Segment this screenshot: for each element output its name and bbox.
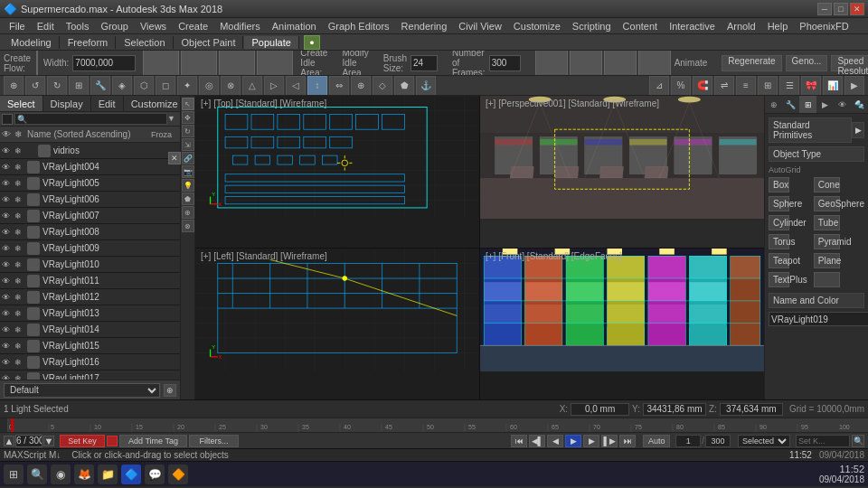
- lt-shape[interactable]: ⬟: [182, 192, 194, 205]
- mini-search-input[interactable]: [796, 435, 850, 447]
- lt-space-warp[interactable]: ⊗: [182, 220, 194, 232]
- teapot-button[interactable]: Teapot: [769, 253, 789, 268]
- viewport-perspective[interactable]: [+] [Perspective001] [Standard] [Wirefra…: [480, 96, 764, 248]
- scene-item[interactable]: 👁 ❄ VRayLight010: [0, 257, 180, 273]
- skype-icon[interactable]: 💬: [145, 465, 165, 484]
- textplus-button[interactable]: TextPlus: [769, 272, 789, 287]
- cp-tab-motion[interactable]: ▶: [816, 96, 834, 113]
- lt-helper[interactable]: ⊕: [182, 206, 194, 219]
- object-name-input[interactable]: [769, 312, 868, 326]
- menu-item-group[interactable]: Group: [95, 20, 134, 33]
- tab-select[interactable]: Select: [0, 96, 43, 111]
- viewport-left[interactable]: [+] [Left] [Standard] [Wireframe] LEFT: [195, 249, 479, 400]
- visibility-icon[interactable]: 👁: [2, 211, 14, 221]
- freeze-icon[interactable]: ❄: [14, 260, 27, 269]
- tb-icon-2[interactable]: ↺: [25, 76, 45, 96]
- idle-area-icon[interactable]: [143, 51, 179, 76]
- tab-display[interactable]: Display: [43, 96, 91, 111]
- freeze-icon[interactable]: ❄: [14, 358, 27, 367]
- visibility-icon[interactable]: 👁: [2, 277, 14, 286]
- regenerate-button[interactable]: Regenerate: [722, 55, 781, 71]
- frame-input[interactable]: [15, 435, 42, 447]
- tb-icon-19[interactable]: ⬟: [394, 76, 414, 96]
- key-mode-btn[interactable]: [107, 436, 118, 446]
- search-input[interactable]: [14, 113, 167, 125]
- people-icon3[interactable]: [604, 51, 637, 76]
- scene-item[interactable]: 👁 ❄ VRayLight005: [0, 175, 180, 192]
- menu-item-arnold[interactable]: Arnold: [722, 20, 761, 33]
- genotype-button[interactable]: Geno...: [786, 55, 828, 71]
- menu-item-content[interactable]: Content: [618, 20, 664, 33]
- tb-icon-12[interactable]: △: [242, 76, 262, 96]
- tab-populate[interactable]: Populate: [244, 36, 298, 49]
- selection-mode-select[interactable]: Selected: [738, 435, 790, 447]
- scene-item[interactable]: 👁 ❄ VRayLight009: [0, 240, 180, 257]
- visibility-icon[interactable]: 👁: [2, 325, 14, 334]
- tb-icon-20[interactable]: ⚓: [416, 76, 436, 96]
- scene-item[interactable]: 👁 ❄ VRayLight017: [0, 371, 180, 380]
- play-go-start[interactable]: ⏮: [511, 435, 527, 447]
- freeze-icon[interactable]: ❄: [14, 211, 27, 221]
- freeze-icon[interactable]: ❄: [14, 293, 27, 302]
- tb-snap-pct[interactable]: %: [671, 76, 691, 96]
- pyramid-button[interactable]: Pyramid: [814, 234, 840, 249]
- tb-icon-17[interactable]: ⊕: [351, 76, 371, 96]
- frame-up-btn[interactable]: ▲: [4, 436, 14, 446]
- lt-select[interactable]: ↖: [182, 98, 194, 110]
- lt-move[interactable]: ✥: [182, 111, 194, 124]
- panel-close-button[interactable]: ✕: [168, 152, 181, 164]
- start-button[interactable]: ⊞: [4, 465, 24, 484]
- lt-cam[interactable]: 📷: [182, 165, 194, 178]
- tb-icon-11[interactable]: ⊗: [221, 76, 241, 96]
- freeze-icon[interactable]: ❄: [14, 146, 27, 155]
- visibility-icon[interactable]: 👁: [2, 146, 14, 155]
- scene-item[interactable]: 👁 ❄ VRayLight013: [0, 305, 180, 322]
- visibility-icon[interactable]: 👁: [2, 179, 14, 188]
- cone-button[interactable]: Cone: [814, 177, 840, 192]
- play-prev[interactable]: ◀: [547, 435, 563, 447]
- cp-tab-hierarchy[interactable]: ⊞: [799, 96, 816, 113]
- frame-down-btn[interactable]: ▼: [43, 436, 54, 446]
- freeze-icon[interactable]: ❄: [14, 342, 27, 351]
- tb-icon-16[interactable]: ⇔: [329, 76, 349, 96]
- minimize-button[interactable]: ─: [817, 3, 832, 15]
- menu-item-tools[interactable]: Tools: [61, 20, 95, 33]
- tb-icon-14[interactable]: ◁: [286, 76, 306, 96]
- scene-item[interactable]: 👁 ❄ VRayLight011: [0, 273, 180, 289]
- filters-btn[interactable]: Filters...: [189, 435, 239, 447]
- tb-snap-angle[interactable]: ⊿: [649, 76, 669, 96]
- auto-key-btn[interactable]: Auto: [643, 435, 670, 447]
- cp-tab-create[interactable]: ⊕: [765, 96, 782, 113]
- menu-item-help[interactable]: Help: [762, 20, 794, 33]
- scene-item[interactable]: 👁 ❄ VRayLight006: [0, 192, 180, 208]
- menu-item-modifiers[interactable]: Modifiers: [214, 20, 266, 33]
- scene-item[interactable]: 👁 ❄ VRayLight004: [0, 159, 180, 175]
- lt-link[interactable]: 🔗: [182, 152, 194, 164]
- play-go-end[interactable]: ⏭: [619, 435, 636, 447]
- scene-item[interactable]: 👁 ❄ VRayLight016: [0, 354, 180, 371]
- freeze-icon[interactable]: ❄: [14, 309, 27, 318]
- people-icon2[interactable]: [570, 51, 602, 76]
- scene-item[interactable]: 👁 ❄ vidrios: [0, 143, 180, 159]
- tb-render[interactable]: ▶: [844, 76, 864, 96]
- visibility-icon[interactable]: 👁: [2, 244, 14, 253]
- files-icon[interactable]: 📁: [98, 465, 118, 484]
- people-icon4[interactable]: [638, 51, 671, 76]
- lt-rotate[interactable]: ↻: [182, 125, 194, 137]
- visibility-icon[interactable]: 👁: [2, 228, 14, 237]
- tb-layer[interactable]: ☰: [779, 76, 799, 96]
- visibility-icon[interactable]: 👁: [2, 309, 14, 318]
- tb-graph[interactable]: 📊: [823, 76, 843, 96]
- visibility-icon[interactable]: 👁: [2, 195, 14, 204]
- menu-item-views[interactable]: Views: [135, 20, 172, 33]
- tb-icon-13[interactable]: ▷: [264, 76, 284, 96]
- geosphere-button[interactable]: GeoSphere: [814, 196, 840, 211]
- tb-icon-8[interactable]: ◻: [156, 76, 175, 96]
- set-key-btn[interactable]: Set Key: [60, 435, 105, 447]
- taskview-button[interactable]: ◉: [51, 465, 71, 484]
- tb-icon-18[interactable]: ◇: [373, 76, 392, 96]
- play-prev-key[interactable]: ◀▌: [529, 435, 545, 447]
- name-color-section[interactable]: Name and Color: [769, 293, 864, 308]
- menu-item-rendering[interactable]: Rendering: [396, 20, 453, 33]
- tb-icon-4[interactable]: ⊞: [69, 76, 89, 96]
